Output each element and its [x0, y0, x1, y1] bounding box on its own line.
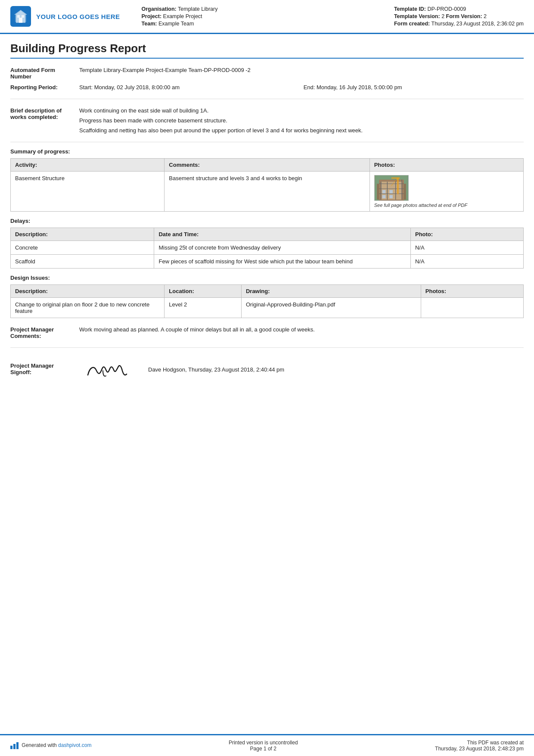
pm-signoff-cell: Dave Hodgson, Thursday, 23 August 2018, …	[79, 354, 524, 384]
pm-comments-value: Work moving ahead as planned. A couple o…	[79, 324, 524, 341]
pm-signoff-row: Project Manager Signoff: Dave Hodgson, T…	[10, 354, 524, 384]
pdf-created-label: This PDF was created at	[435, 740, 524, 746]
form-created-value: Thursday, 23 August 2018, 2:36:02 pm	[432, 21, 524, 27]
design-issues-col-description: Description:	[11, 285, 165, 298]
team-value: Example Team	[158, 21, 194, 27]
automated-form-label: Automated Form Number	[10, 65, 79, 82]
summary-section-header: Summary of progress:	[10, 148, 524, 155]
template-id-label: Template ID:	[394, 6, 426, 12]
team-label: Team:	[142, 21, 157, 27]
delays-tbody: Concrete Missing 25t of concrete from We…	[11, 241, 524, 269]
design-issues-col-drawing: Drawing:	[241, 285, 421, 298]
design-issue-location-1: Level 2	[165, 298, 242, 318]
reporting-period-row: Reporting Period: Start: Monday, 02 July…	[10, 82, 524, 93]
pm-comments-table: Project Manager Comments: Work moving ah…	[10, 324, 524, 341]
signature-area: Dave Hodgson, Thursday, 23 August 2018, …	[79, 358, 520, 381]
footer-left: Generated with dashpivot.com	[10, 742, 91, 749]
delay-datetime-2: Few pieces of scaffold missing for West …	[154, 255, 411, 269]
automated-form-value: Template Library-Example Project-Example…	[79, 65, 524, 82]
divider-3	[10, 347, 524, 348]
divider-1	[10, 99, 524, 99]
design-issues-col-photos: Photos:	[421, 285, 523, 298]
content: Building Progress Report Automated Form …	[0, 34, 534, 734]
reporting-period-label: Reporting Period:	[10, 82, 79, 93]
design-issues-table: Description: Location: Drawing: Photos: …	[10, 284, 524, 318]
delays-thead: Description: Date and Time: Photo:	[11, 228, 524, 241]
bar-3	[16, 742, 19, 749]
report-title: Building Progress Report	[10, 42, 524, 59]
design-issues-thead: Description: Location: Drawing: Photos:	[11, 285, 524, 298]
org-label: Organisation:	[142, 6, 177, 12]
brief-description-row: Brief description of works completed: Wo…	[10, 105, 524, 136]
delay-datetime-1: Missing 25t of concrete from Wednesday d…	[154, 241, 411, 255]
footer: Generated with dashpivot.com Printed ver…	[0, 734, 534, 756]
brief-description-value: Work continuing on the east side wall of…	[79, 105, 524, 136]
summary-tbody: Basement Structure Basement structure an…	[11, 172, 524, 212]
summary-table: Activity: Comments: Photos: Basement Str…	[10, 158, 524, 212]
brief-line-2: Progress has been made with concrete bas…	[79, 117, 520, 124]
svg-rect-19	[391, 178, 400, 178]
delay-photo-1: N/A	[410, 241, 523, 255]
photo-caption-1: See full page photos attached at end of …	[374, 203, 467, 208]
delay-row-2: Scaffold Few pieces of scaffold missing …	[11, 255, 524, 269]
delays-col-datetime: Date and Time:	[154, 228, 411, 241]
delays-header-row: Description: Date and Time: Photo:	[11, 228, 524, 241]
reporting-period-start: Start: Monday, 02 July 2018, 8:00:00 am	[79, 82, 304, 93]
summary-photos-1: See full page photos attached at end of …	[369, 172, 523, 212]
signature-text: Dave Hodgson, Thursday, 23 August 2018, …	[148, 366, 284, 373]
delays-col-description: Description:	[11, 228, 154, 241]
project-row: Project: Example Project	[142, 13, 385, 19]
design-issue-photos-1	[421, 298, 523, 318]
team-row: Team: Example Team	[142, 21, 385, 27]
svg-rect-0	[19, 18, 22, 23]
brief-line-1: Work continuing on the east side wall of…	[79, 107, 520, 114]
svg-rect-14	[382, 190, 385, 194]
divider-2	[10, 142, 524, 142]
brief-description-label: Brief description of works completed:	[10, 105, 79, 136]
info-table: Automated Form Number Template Library-E…	[10, 65, 524, 93]
design-issue-row-1: Change to original plan on floor 2 due t…	[11, 298, 524, 318]
project-value: Example Project	[163, 13, 202, 19]
svg-rect-2	[22, 15, 24, 18]
photo-thumb-1	[374, 175, 409, 201]
header-right: Template ID: DP-PROD-0009 Template Versi…	[394, 6, 524, 27]
bar-1	[10, 746, 12, 749]
project-label: Project:	[142, 13, 162, 19]
dashpivot-link[interactable]: dashpivot.com	[58, 742, 91, 748]
printed-label: Printed version is uncontrolled	[229, 740, 298, 746]
template-version-value: 2	[441, 13, 444, 19]
summary-col-photos: Photos:	[369, 159, 523, 172]
design-issues-header-row: Description: Location: Drawing: Photos:	[11, 285, 524, 298]
page-label: Page 1 of 2	[229, 746, 298, 752]
design-issues-tbody: Change to original plan on floor 2 due t…	[11, 298, 524, 318]
automated-form-row: Automated Form Number Template Library-E…	[10, 65, 524, 82]
svg-rect-18	[397, 178, 398, 194]
logo-text: YOUR LOGO GOES HERE	[36, 13, 120, 20]
bar-2	[13, 744, 16, 749]
delay-description-1: Concrete	[11, 241, 154, 255]
delays-col-photo: Photo:	[410, 228, 523, 241]
delay-row-1: Concrete Missing 25t of concrete from We…	[11, 241, 524, 255]
design-issues-header: Design Issues:	[10, 275, 524, 281]
org-row: Organisation: Template Library	[142, 6, 385, 12]
svg-rect-16	[382, 195, 385, 198]
summary-row-1: Basement Structure Basement structure an…	[11, 172, 524, 212]
template-id-row: Template ID: DP-PROD-0009	[394, 6, 524, 12]
summary-activity-1: Basement Structure	[11, 172, 165, 212]
svg-rect-15	[389, 190, 393, 194]
delays-table: Description: Date and Time: Photo: Concr…	[10, 228, 524, 269]
template-id-value: DP-PROD-0009	[427, 6, 466, 12]
header: YOUR LOGO GOES HERE Organisation: Templa…	[0, 0, 534, 34]
footer-center: Printed version is uncontrolled Page 1 o…	[229, 740, 298, 752]
org-value: Template Library	[178, 6, 217, 12]
reporting-period-end: End: Monday, 16 July 2018, 5:00:00 pm	[304, 82, 524, 93]
logo-area: YOUR LOGO GOES HERE	[10, 6, 120, 27]
pm-comments-row: Project Manager Comments: Work moving ah…	[10, 324, 524, 341]
brief-description-table: Brief description of works completed: Wo…	[10, 105, 524, 136]
pm-signoff-table: Project Manager Signoff: Dave Hodgson, T…	[10, 354, 524, 384]
signature-image	[79, 358, 140, 381]
version-row: Template Version: 2 Form Version: 2	[394, 13, 524, 19]
design-issue-description-1: Change to original plan on floor 2 due t…	[11, 298, 165, 318]
form-version-value: 2	[484, 13, 487, 19]
pm-signoff-label: Project Manager Signoff:	[10, 354, 79, 384]
